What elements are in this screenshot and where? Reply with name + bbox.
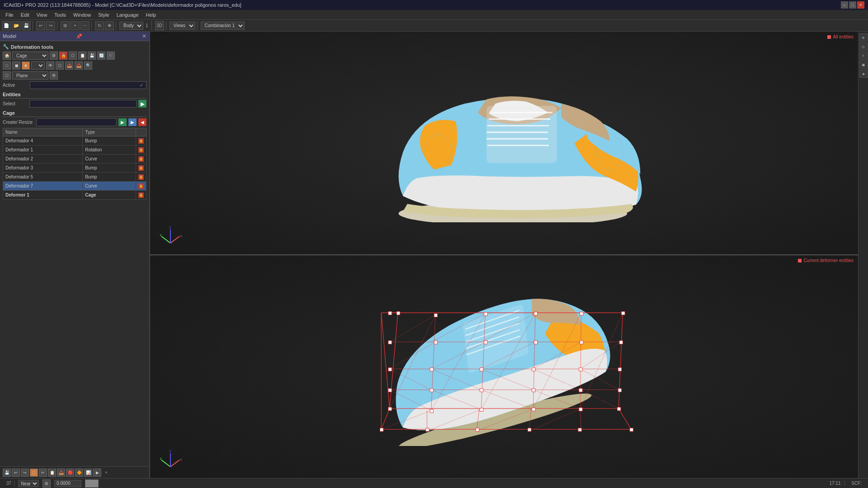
zoom-fit-button[interactable]: ⊞ xyxy=(61,21,70,30)
tool-icon-8[interactable]: 🔍 xyxy=(84,61,92,70)
plane-settings[interactable]: ⚙ xyxy=(50,71,58,80)
minimize-button[interactable]: ─ xyxy=(841,1,848,9)
rotate-button[interactable]: ↻ xyxy=(95,21,104,30)
plane-dropdown[interactable]: Plane xyxy=(12,71,48,80)
svg-rect-101 xyxy=(532,408,535,411)
panel-tb-expand[interactable]: ▼ xyxy=(102,469,110,477)
deformer-table: Name Type Deformador 4Bump🔒Deformador 1R… xyxy=(3,128,146,200)
table-row[interactable]: Deformador 2Curve🔒 xyxy=(3,155,146,164)
menu-style[interactable]: Style xyxy=(94,11,113,19)
row-lock-cell[interactable]: 🔒 xyxy=(136,155,146,164)
panel-tb-5[interactable]: ✂ xyxy=(39,469,47,477)
active-input[interactable]: ✓ xyxy=(30,81,146,89)
maximize-button[interactable]: □ xyxy=(849,1,856,9)
row-lock-cell[interactable]: 🔒 xyxy=(136,145,146,155)
rt-btn-3[interactable]: ≡ xyxy=(859,52,868,60)
create-arrow-btn[interactable]: ▶ xyxy=(128,118,137,126)
viewport-bottom[interactable]: Current deformer entities xyxy=(150,255,858,478)
open-button[interactable]: 📂 xyxy=(12,21,21,30)
near-select[interactable]: Near xyxy=(18,480,39,487)
row-lock-cell[interactable]: 🔒 xyxy=(136,173,146,182)
row-lock-cell[interactable]: 🔒 xyxy=(136,191,146,200)
combination-select[interactable]: Combinación 1 xyxy=(201,22,245,30)
panel-tb-2[interactable]: ↩ xyxy=(12,469,20,477)
save-button[interactable]: 💾 xyxy=(22,21,31,30)
redo-button[interactable]: ↪ xyxy=(46,21,55,30)
panel-tb-7[interactable]: 📤 xyxy=(57,469,65,477)
menu-window[interactable]: Window xyxy=(70,11,94,19)
menu-view[interactable]: View xyxy=(33,11,51,19)
zoom-in-button[interactable]: + xyxy=(71,21,80,30)
mode-select[interactable]: Body xyxy=(119,22,143,30)
panel-tb-8[interactable]: 🔴 xyxy=(66,469,74,477)
select-go-btn[interactable]: ▶ xyxy=(138,100,146,108)
rt-btn-4[interactable]: ▣ xyxy=(859,61,868,69)
panel-tb-6[interactable]: 📋 xyxy=(48,469,56,477)
zoom-out-button[interactable]: − xyxy=(80,21,90,30)
tool-icon-1[interactable]: □ xyxy=(3,61,11,70)
svg-rect-85 xyxy=(619,340,623,343)
menu-file[interactable]: File xyxy=(2,11,17,19)
table-row[interactable]: Deformador 3Bump🔒 xyxy=(3,164,146,173)
tool-icon-7[interactable]: 📥 xyxy=(75,61,83,70)
views-select[interactable]: Views xyxy=(170,22,195,30)
rt-btn-1[interactable]: ⊕ xyxy=(859,33,868,42)
cage-icon-5[interactable]: 🔄 xyxy=(97,52,105,60)
viewport-top[interactable]: All entities xyxy=(150,32,858,255)
cage-icon-btn[interactable]: 🏠 xyxy=(3,52,11,60)
value-input[interactable] xyxy=(54,480,81,487)
undo-button[interactable]: ↩ xyxy=(36,21,45,30)
move-button[interactable]: ✥ xyxy=(105,21,114,30)
menu-language[interactable]: Language xyxy=(113,11,142,19)
cage-icon-3[interactable]: 📋 xyxy=(78,52,86,60)
rt-btn-2[interactable]: ◎ xyxy=(859,42,868,51)
tool-small-sel[interactable]: All xyxy=(31,61,45,70)
panel-tb-10[interactable]: 📊 xyxy=(84,469,92,477)
row-lock-cell[interactable]: 🔒 xyxy=(136,164,146,173)
table-row[interactable]: Deformer 1Cage🔒 xyxy=(3,191,146,200)
viewport: All entities xyxy=(150,32,858,478)
plane-icon[interactable]: ⬡ xyxy=(3,71,11,80)
table-row[interactable]: Deformador 4Bump🔒 xyxy=(3,136,146,145)
menu-help[interactable]: Help xyxy=(142,11,160,19)
tool-icon-5[interactable]: ⬡ xyxy=(56,61,64,70)
cage-icon-2[interactable]: ⬡ xyxy=(69,52,77,60)
row-lock-cell[interactable]: 🔒 xyxy=(136,136,146,145)
menu-tools[interactable]: Tools xyxy=(51,11,70,19)
tool-icon-6[interactable]: 📤 xyxy=(65,61,73,70)
cage-dropdown[interactable]: Cage xyxy=(12,52,48,60)
create-red-btn[interactable]: ◀ xyxy=(138,118,146,126)
3d-button[interactable]: 3D xyxy=(155,21,164,30)
tool-icon-3[interactable]: ■ xyxy=(22,61,30,70)
panel-tb-11[interactable]: ▶ xyxy=(93,469,101,477)
tool-icon-4[interactable]: 👁 xyxy=(46,61,54,70)
svg-line-25 xyxy=(618,408,631,429)
cage-reload[interactable]: ↻ xyxy=(107,52,115,60)
panel-tb-3[interactable]: ↪ xyxy=(21,469,29,477)
panel-tb-9[interactable]: 🔶 xyxy=(75,469,83,477)
panel-tb-1[interactable]: 💾 xyxy=(3,469,11,477)
close-button[interactable]: ✕ xyxy=(857,1,864,9)
table-row[interactable]: Deformador 5Bump🔒 xyxy=(3,173,146,182)
cage-settings-btn[interactable]: ⚙ xyxy=(50,52,58,60)
table-row[interactable]: Deformador 1Rotation🔒 xyxy=(3,145,146,155)
new-button[interactable]: 📄 xyxy=(2,21,11,30)
row-lock-cell[interactable]: 🔒 xyxy=(136,182,146,191)
create-go-btn[interactable]: ▶ xyxy=(118,118,127,126)
panel-tb-4[interactable]: ⬡ xyxy=(30,469,38,477)
panel-close-icon[interactable]: ✕ xyxy=(142,33,146,39)
create-resize-input[interactable] xyxy=(36,118,117,126)
cage-red-btn[interactable]: 🔒 xyxy=(59,52,67,60)
tool-icon-2[interactable]: ◼ xyxy=(12,61,20,70)
svg-rect-99 xyxy=(430,409,433,412)
row-type-cell: Rotation xyxy=(83,145,136,155)
cage-icon-4[interactable]: 💾 xyxy=(88,52,96,60)
svg-rect-83 xyxy=(534,340,537,343)
table-row[interactable]: Deformador 7Curve🔒 xyxy=(3,182,146,191)
menu-edit[interactable]: Edit xyxy=(17,11,33,19)
svg-text:Z: Z xyxy=(169,225,171,230)
status-grid-btn[interactable]: ⊞ xyxy=(42,479,51,488)
select-input[interactable] xyxy=(29,100,137,108)
status-color-swatch[interactable] xyxy=(85,479,99,488)
rt-btn-5[interactable]: ◈ xyxy=(859,70,868,78)
